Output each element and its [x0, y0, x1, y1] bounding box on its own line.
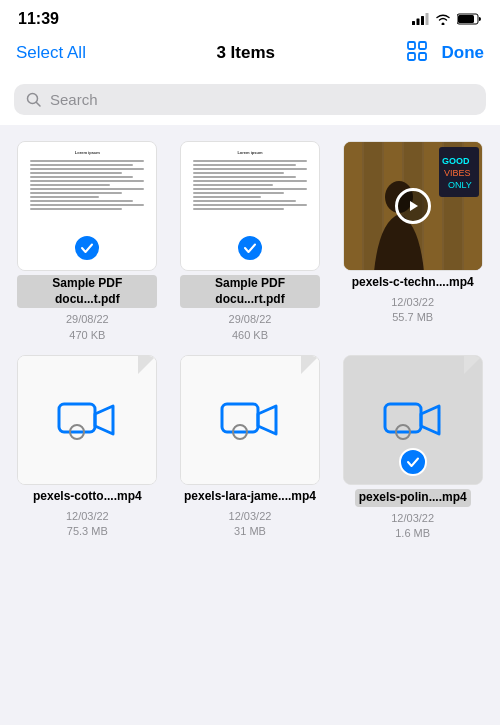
done-button[interactable]: Done [442, 43, 485, 63]
svg-rect-3 [426, 13, 429, 25]
svg-rect-6 [408, 42, 415, 49]
file-thumbnail [17, 355, 157, 485]
svg-rect-5 [458, 15, 474, 23]
nav-title: 3 Items [216, 43, 275, 63]
signal-icon [412, 13, 429, 25]
file-meta: 12/03/22 1.6 MB [391, 511, 434, 542]
file-grid: Lorem ipsum [0, 125, 500, 557]
svg-rect-1 [417, 19, 420, 26]
svg-marker-25 [410, 201, 418, 211]
grid-view-button[interactable] [406, 40, 428, 66]
video-camera-icon [218, 388, 282, 452]
video-camera-icon [381, 388, 445, 452]
svg-line-11 [37, 102, 41, 106]
file-thumbnail [180, 355, 320, 485]
file-thumbnail: Lorem ipsum [17, 141, 157, 271]
video-file-icon [181, 356, 319, 484]
svg-rect-28 [222, 404, 258, 432]
svg-rect-30 [385, 404, 421, 432]
file-name: pexels-cotto....mp4 [33, 489, 142, 505]
svg-text:VIBES: VIBES [444, 168, 471, 178]
svg-rect-9 [419, 53, 426, 60]
wifi-icon [435, 13, 451, 25]
battery-icon [457, 13, 482, 25]
list-item[interactable]: pexels-polin....mp4 12/03/22 1.6 MB [337, 355, 488, 541]
play-icon [406, 199, 420, 213]
svg-text:GOOD: GOOD [442, 156, 470, 166]
list-item[interactable]: Lorem ipsum [12, 141, 163, 343]
list-item[interactable]: GOOD VIBES ONLY pexels-c-techn....mp4 12… [337, 141, 488, 343]
file-meta: 12/03/22 75.3 MB [66, 509, 109, 540]
file-thumbnail: GOOD VIBES ONLY [343, 141, 483, 271]
video-camera-icon [55, 388, 119, 452]
file-name: Sample PDF docu...t.pdf [17, 275, 157, 308]
video-play-circle [395, 188, 431, 224]
file-name: pexels-polin....mp4 [355, 489, 471, 507]
file-name: Sample PDF docu...rt.pdf [180, 275, 320, 308]
selected-badge [399, 448, 427, 476]
search-bar[interactable]: Search [14, 84, 486, 115]
selected-badge [236, 234, 264, 262]
svg-text:ONLY: ONLY [448, 180, 472, 190]
file-meta: 12/03/22 55.7 MB [391, 295, 434, 326]
status-time: 11:39 [18, 10, 59, 28]
selected-badge [73, 234, 101, 262]
list-item[interactable]: Lorem ipsum [175, 141, 326, 343]
file-meta: 12/03/22 31 MB [229, 509, 272, 540]
video-photo-thumb: GOOD VIBES ONLY [344, 142, 482, 270]
search-placeholder: Search [50, 91, 98, 108]
top-nav: Select All 3 Items Done [0, 32, 500, 76]
svg-rect-0 [412, 21, 415, 25]
search-container: Search [0, 76, 500, 125]
select-all-button[interactable]: Select All [16, 43, 86, 63]
file-name: pexels-lara-jame....mp4 [184, 489, 316, 505]
list-item[interactable]: pexels-cotto....mp4 12/03/22 75.3 MB [12, 355, 163, 541]
svg-rect-7 [419, 42, 426, 49]
search-icon [26, 92, 42, 108]
svg-rect-8 [408, 53, 415, 60]
status-bar: 11:39 [0, 0, 500, 32]
list-item[interactable]: pexels-lara-jame....mp4 12/03/22 31 MB [175, 355, 326, 541]
file-meta: 29/08/22 460 KB [229, 312, 272, 343]
file-meta: 29/08/22 470 KB [66, 312, 109, 343]
status-icons [412, 13, 482, 25]
svg-rect-2 [421, 16, 424, 25]
file-name: pexels-c-techn....mp4 [352, 275, 474, 291]
nav-right-actions: Done [406, 40, 485, 66]
file-thumbnail [343, 355, 483, 485]
video-file-icon [18, 356, 156, 484]
file-thumbnail: Lorem ipsum [180, 141, 320, 271]
svg-rect-13 [344, 142, 362, 271]
svg-rect-26 [59, 404, 95, 432]
